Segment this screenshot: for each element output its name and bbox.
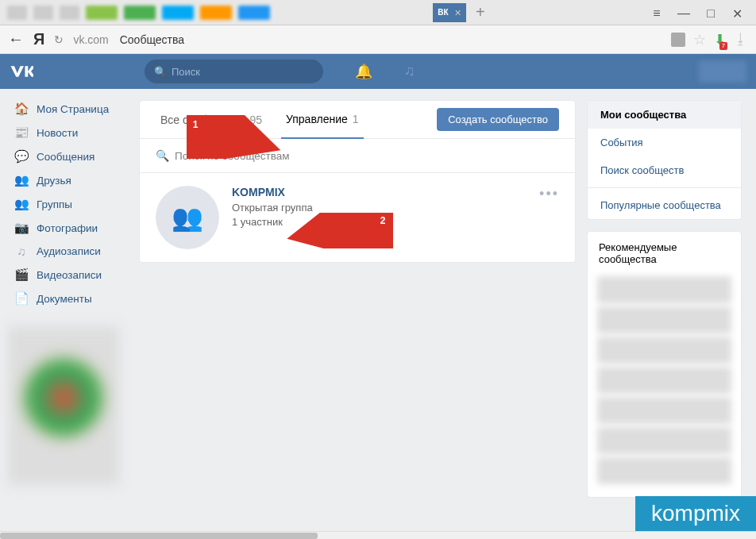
- friends-icon: 👥: [14, 173, 29, 187]
- nav-label: Документы: [37, 293, 92, 305]
- tab-blur: [124, 6, 156, 20]
- active-tab[interactable]: ВК ×: [433, 3, 466, 22]
- reload-icon[interactable]: ↻: [54, 33, 64, 46]
- notifications-icon[interactable]: 🔔: [355, 63, 372, 80]
- community-filter-input[interactable]: [156, 150, 559, 162]
- sidenav-popular[interactable]: Популярные сообщества: [588, 191, 741, 219]
- nav-video[interactable]: 🎬Видеозаписи: [8, 263, 131, 287]
- community-list-item: 👥 KOMPMIX Открытая группа 1 участник •••: [140, 173, 575, 262]
- tab-count: 1: [353, 113, 359, 125]
- nav-label: Новости: [37, 127, 78, 139]
- maximize-icon[interactable]: □: [704, 6, 717, 19]
- nav-label: Видеозаписи: [37, 269, 102, 281]
- menu-icon[interactable]: ≡: [650, 6, 663, 19]
- nav-groups[interactable]: 👥Группы: [8, 192, 131, 216]
- nav-friends[interactable]: 👥Друзья: [8, 168, 131, 192]
- recommended-item[interactable]: [597, 457, 731, 484]
- profile-menu[interactable]: [699, 60, 746, 83]
- music-icon[interactable]: ♫: [404, 63, 415, 80]
- yandex-logo[interactable]: Я: [33, 30, 44, 48]
- recommended-item[interactable]: [597, 276, 731, 303]
- url-host[interactable]: vk.com: [73, 33, 108, 46]
- photos-icon: 📷: [14, 221, 29, 235]
- more-options-icon[interactable]: •••: [539, 186, 559, 202]
- nav-label: Сообщения: [37, 151, 94, 163]
- search-icon: 🔍: [154, 66, 167, 78]
- filter-search-icon: 🔍: [156, 149, 169, 162]
- url-page[interactable]: Сообщества: [120, 33, 184, 46]
- groups-icon: 👥: [14, 197, 29, 211]
- tab-close-icon[interactable]: ×: [455, 6, 461, 19]
- create-community-button[interactable]: Создать сообщество: [437, 108, 559, 131]
- new-tab-button[interactable]: +: [470, 3, 491, 21]
- nav-label: Моя Страница: [37, 103, 109, 115]
- home-icon: 🏠: [14, 102, 29, 116]
- tab-count: 95: [249, 114, 262, 126]
- community-type: Открытая группа: [232, 202, 539, 214]
- tab-blur: [86, 6, 118, 20]
- nav-label: Аудиозаписи: [37, 245, 101, 257]
- sidenav-search[interactable]: Поиск сообществ: [588, 156, 741, 184]
- vk-logo[interactable]: [10, 64, 33, 79]
- recommended-item[interactable]: [597, 397, 731, 424]
- annotation-badge-1: 1: [187, 117, 203, 133]
- lock-icon[interactable]: [671, 33, 685, 47]
- news-icon: 📰: [14, 125, 29, 140]
- docs-icon: 📄: [14, 291, 29, 306]
- tab-label: Управление: [286, 113, 348, 125]
- nav-label: Группы: [37, 198, 72, 210]
- sidenav-events[interactable]: События: [588, 129, 741, 156]
- right-sidebar: Мои сообщества События Поиск сообществ П…: [587, 100, 742, 498]
- tab-blur: [7, 6, 27, 20]
- tab-blur: [200, 6, 232, 20]
- recommended-item[interactable]: [597, 337, 731, 364]
- nav-label: Фотографии: [37, 222, 98, 234]
- main-content: Все сообщества 95 Управление 1 Создать с…: [139, 100, 576, 498]
- tab-blur: [238, 6, 270, 20]
- recommended-title: Рекомендуемые сообщества: [588, 241, 741, 273]
- recommended-item[interactable]: [597, 367, 731, 394]
- nav-docs[interactable]: 📄Документы: [8, 287, 131, 310]
- tab-blur: [33, 6, 53, 20]
- download-icon[interactable]: ⬇7: [714, 31, 726, 48]
- tab-management[interactable]: Управление 1: [281, 101, 364, 139]
- search-input[interactable]: [145, 60, 323, 83]
- minimize-icon[interactable]: —: [677, 6, 690, 19]
- nav-audio[interactable]: ♫Аудиозаписи: [8, 240, 131, 263]
- video-icon: 🎬: [14, 268, 29, 282]
- tab-all-communities[interactable]: Все сообщества 95: [156, 101, 267, 139]
- horizontal-scrollbar[interactable]: [0, 531, 756, 539]
- sidenav-my-communities[interactable]: Мои сообщества: [588, 101, 741, 129]
- bookmark-star-icon[interactable]: ☆: [693, 31, 706, 48]
- tabs-row: Все сообщества 95 Управление 1 Создать с…: [140, 101, 575, 139]
- nav-my-page[interactable]: 🏠Моя Страница: [8, 97, 131, 121]
- tab-blur: [162, 6, 194, 20]
- tab-blur: [60, 6, 79, 20]
- sidebar-ad[interactable]: [8, 326, 119, 485]
- left-sidebar: 🏠Моя Страница 📰Новости 💬Сообщения 👥Друзь…: [0, 89, 131, 498]
- close-window-icon[interactable]: ✕: [731, 6, 744, 19]
- audio-icon: ♫: [14, 244, 29, 258]
- vk-header: 🔍 🔔 ♫: [0, 54, 756, 89]
- nav-messages[interactable]: 💬Сообщения: [8, 144, 131, 168]
- tab-vk-icon: ВК: [438, 8, 448, 17]
- nav-news[interactable]: 📰Новости: [8, 121, 131, 144]
- recommended-item[interactable]: [597, 427, 731, 454]
- recommended-item[interactable]: [597, 306, 731, 333]
- messages-icon: 💬: [14, 149, 29, 164]
- annotation-badge-2: 2: [375, 213, 391, 229]
- nav-photos[interactable]: 📷Фотографии: [8, 216, 131, 240]
- browser-tab-strip: ВК × + ≡ — □ ✕: [0, 0, 756, 25]
- community-name[interactable]: KOMPMIX: [232, 186, 539, 198]
- community-avatar[interactable]: 👥: [156, 186, 219, 249]
- more-download-icon[interactable]: ⭳: [734, 31, 748, 48]
- back-button[interactable]: ←: [8, 30, 24, 48]
- watermark: kompmix: [635, 496, 756, 531]
- browser-toolbar: ← Я ↻ vk.com Сообщества ☆ ⬇7 ⭳: [0, 25, 756, 54]
- nav-label: Друзья: [37, 175, 71, 187]
